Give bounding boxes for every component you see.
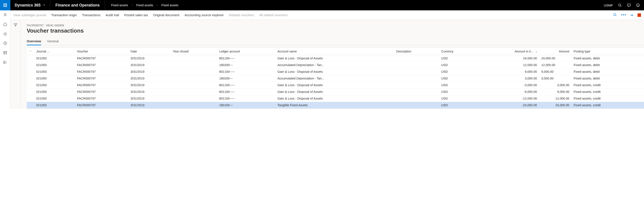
action-accounting-source-explorer[interactable]: Accounting source explorer (184, 13, 224, 17)
cell-ledger-account: 801100----- (217, 82, 275, 89)
cell-voucher: FACR000797 (75, 75, 128, 82)
cell-currency: USD (439, 55, 478, 62)
action-audit-trail[interactable]: Audit trail (106, 13, 119, 17)
recent-icon[interactable] (3, 41, 7, 45)
table-row[interactable]: 021093FACR0007973/31/2019180100---Tangib… (27, 102, 644, 109)
col-account-name[interactable]: Account name (275, 48, 394, 55)
col-date[interactable]: Date (128, 48, 170, 55)
row-checkbox[interactable] (27, 102, 34, 109)
cell-ledger-account: 801100----- (217, 68, 275, 75)
row-checkbox[interactable] (27, 55, 34, 62)
row-checkbox[interactable] (27, 75, 34, 82)
tab-overview[interactable]: Overview (27, 38, 41, 45)
brand-dropdown[interactable]: Dynamics 365 (10, 0, 50, 10)
home-icon[interactable] (3, 22, 7, 26)
col-currency[interactable]: Currency (439, 48, 478, 55)
cell-posting-type: Fixed assets, debit (572, 55, 644, 62)
table-row[interactable]: 021093FACR0007973/31/2019801100-----Gain… (27, 55, 644, 62)
cell-amount-in-trans: -3,000.00 (478, 82, 539, 89)
cell-amount: 24,000.00 (539, 55, 572, 62)
col-year-closed[interactable]: Year closed (170, 48, 217, 55)
row-checkbox[interactable] (27, 89, 34, 95)
action-transactions[interactable]: Transactions (82, 13, 100, 17)
cell-currency: USD (439, 95, 478, 102)
smiley-icon[interactable] (636, 3, 640, 7)
table-row[interactable]: 021093FACR0007973/31/2019801100-----Gain… (27, 95, 644, 102)
row-checkbox[interactable] (27, 62, 34, 68)
cell-date: 3/31/2019 (128, 102, 170, 109)
col-ledger-account[interactable]: Ledger account (217, 48, 275, 55)
col-amount-in-trans-label: Amount in tr... (515, 50, 533, 53)
row-checkbox[interactable] (27, 82, 34, 89)
star-icon[interactable] (3, 32, 7, 36)
table-row[interactable]: 021093FACR0007973/31/2019180200---Accumu… (27, 75, 644, 82)
col-amount[interactable]: Amount (539, 48, 572, 55)
tab-general[interactable]: General (47, 38, 59, 45)
top-bar: Dynamics 365 Finance and Operations Fixe… (0, 0, 644, 10)
cell-date: 3/31/2019 (128, 89, 170, 95)
cell-journal: 021093 (34, 55, 75, 62)
table-row[interactable]: 021093FACR0007973/31/2019801100-----Gain… (27, 82, 644, 89)
table-row[interactable]: 021093FACR0007973/31/2019801100-----Gain… (27, 68, 644, 75)
cell-year-closed (170, 55, 217, 62)
svg-rect-2 (628, 4, 630, 6)
row-checkbox[interactable] (27, 68, 34, 75)
cell-year-closed (170, 62, 217, 68)
svg-point-0 (618, 4, 621, 6)
col-journal[interactable]: Journal ... (34, 48, 75, 55)
filter-rail (10, 20, 21, 109)
search-icon[interactable] (618, 3, 622, 7)
cell-posting-type: Fixed assets, credit (572, 89, 644, 95)
cell-posting-type: Fixed assets, debit (572, 68, 644, 75)
cell-amount-in-trans: -24,000.00 (478, 102, 539, 109)
office-icon[interactable] (638, 13, 641, 17)
workspaces-icon[interactable] (3, 51, 7, 55)
cell-voucher: FACR000797 (75, 55, 128, 62)
action-original-document[interactable]: Original document (153, 13, 180, 17)
chevron-right-icon (131, 4, 133, 7)
cell-description (394, 55, 439, 62)
company-picker[interactable]: USMF (604, 4, 613, 7)
app-launcher-button[interactable] (0, 0, 10, 10)
svg-marker-22 (14, 24, 17, 26)
page-title: Voucher transactions (27, 28, 644, 34)
col-amount-in-trans[interactable]: Amount in tr... ↓ (478, 48, 539, 55)
hamburger-icon[interactable] (3, 13, 7, 17)
breadcrumb-item[interactable]: Fixed assets (111, 4, 128, 7)
cell-year-closed (170, 68, 217, 75)
col-voucher[interactable]: Voucher (75, 48, 128, 55)
action-related-vouchers: Related vouchers (229, 13, 254, 17)
more-actions-button[interactable]: ••• (621, 13, 626, 17)
action-posted-sales-tax[interactable]: Posted sales tax (124, 13, 148, 17)
cell-voucher: FACR000797 (75, 95, 128, 102)
cell-ledger-account: 801100----- (217, 89, 275, 95)
cell-account-name: Gain & Loss - Disposal of Assets (275, 68, 394, 75)
cell-account-name: Gain & Loss - Disposal of Assets (275, 82, 394, 89)
cell-year-closed (170, 95, 217, 102)
cell-journal: 021093 (34, 89, 75, 95)
content-area: FACR000797 : VEHC-000009 Voucher transac… (21, 20, 644, 109)
find-icon[interactable] (613, 13, 617, 17)
modules-icon[interactable] (3, 60, 7, 64)
svg-rect-16 (4, 63, 4, 64)
cell-year-closed (170, 82, 217, 89)
table-row[interactable]: 021093FACR0007973/31/2019180200---Accumu… (27, 62, 644, 68)
chevron-down-icon (43, 3, 46, 8)
dual-write-icon[interactable]: ∞ (631, 13, 633, 17)
table-row[interactable]: 021093FACR0007973/31/2019801100-----Gain… (27, 89, 644, 95)
filter-icon[interactable] (14, 23, 18, 109)
cell-year-closed (170, 102, 217, 109)
brand-label: Dynamics 365 (15, 3, 40, 8)
nav-rail (0, 10, 10, 109)
cell-description (394, 89, 439, 95)
col-description[interactable]: Description (394, 48, 439, 55)
breadcrumb-item[interactable]: Fixed assets (161, 4, 178, 7)
action-transaction-origin[interactable]: Transaction origin (51, 13, 77, 17)
breadcrumb-item[interactable]: Fixed assets (136, 4, 153, 7)
select-all-checkbox[interactable] (27, 48, 34, 55)
cell-amount: 24,000.00 (539, 102, 572, 109)
col-posting-type[interactable]: Posting type (572, 48, 644, 55)
feedback-icon[interactable] (627, 3, 631, 7)
topbar-right: USMF (604, 3, 644, 7)
row-checkbox[interactable] (27, 95, 34, 102)
